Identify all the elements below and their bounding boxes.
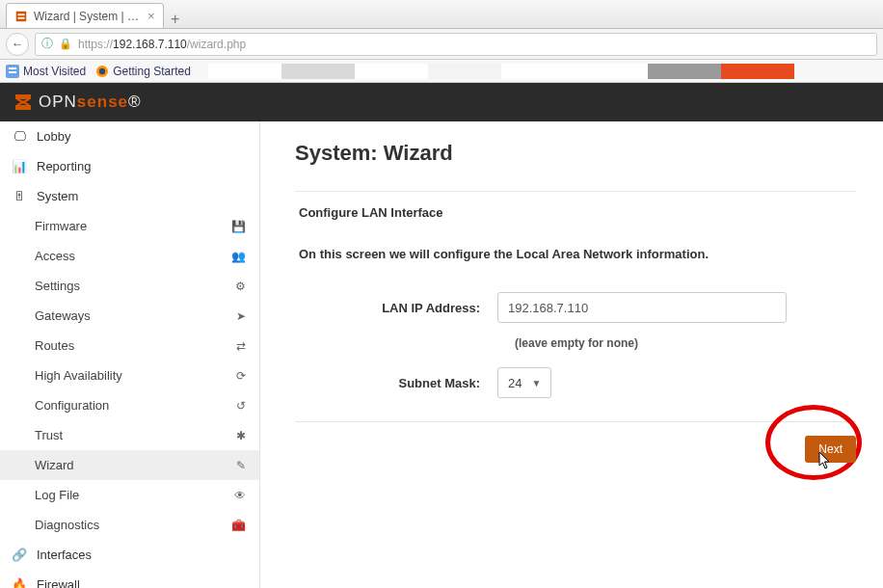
select-subnet-value: 24 [508, 376, 522, 390]
url-text: https://192.168.7.110/wizard.php [78, 38, 246, 51]
bookmark-most-visited[interactable]: Most Visited [6, 65, 86, 78]
nav-system-settings[interactable]: Settings⚙ [0, 271, 259, 301]
routes-icon: ⇄ [236, 339, 246, 353]
color-strip [208, 64, 794, 79]
svg-rect-2 [18, 16, 25, 18]
nav-system-diagnostics[interactable]: Diagnostics🧰 [0, 510, 259, 540]
colorstrip-segment [721, 64, 794, 79]
nav-label: Interfaces [37, 548, 92, 562]
tab-favicon [14, 10, 28, 23]
monitor-icon: 🖵 [12, 129, 27, 144]
logo[interactable]: OPNsense® [13, 93, 142, 112]
new-tab-button[interactable]: + [164, 11, 187, 28]
nav-sub-label: Diagnostics [35, 518, 99, 532]
logo-mark-icon [13, 93, 33, 112]
browser-tab[interactable]: Wizard | System | OPNsen... × [6, 3, 164, 28]
history-icon: ↺ [236, 399, 246, 413]
save-icon: 💾 [231, 220, 246, 233]
svg-rect-4 [9, 67, 16, 69]
url-bar[interactable]: ⓘ 🔒 https://192.168.7.110/wizard.php [35, 33, 877, 56]
row-lan-ip: LAN IP Address: [295, 292, 856, 323]
sidebar: 🖵Lobby 📊Reporting 🎚System Firmware💾 Acce… [0, 121, 260, 588]
nav-label: System [37, 189, 78, 203]
svg-rect-5 [9, 71, 16, 73]
colorstrip-segment [281, 64, 355, 79]
nav-sub-label: Routes [35, 338, 74, 353]
page-title: System: Wizard [295, 141, 856, 166]
nav-interfaces[interactable]: 🔗Interfaces [0, 540, 259, 570]
nav-system-routes[interactable]: Routes⇄ [0, 331, 259, 361]
nav-label: Firewall [37, 577, 80, 588]
colorstrip-segment [428, 64, 501, 79]
panel-description: On this screen we will configure the Loc… [295, 247, 856, 261]
users-icon: 👥 [231, 250, 246, 263]
content-area: System: Wizard Configure LAN Interface O… [260, 121, 883, 588]
nav-system-log-file[interactable]: Log File👁 [0, 480, 259, 510]
hint-lan-ip: (leave empty for none) [515, 336, 856, 350]
nav-reporting[interactable]: 📊Reporting [0, 151, 259, 181]
nav-system[interactable]: 🎚System [0, 181, 259, 211]
nav-sub-label: Firmware [35, 219, 87, 233]
cogs-icon: ⚙ [235, 280, 246, 293]
lock-warning-icon: 🔒 [59, 38, 72, 50]
nav-sub-label: Gateways [35, 308, 91, 323]
nav-sub-label: Trust [35, 428, 63, 442]
tab-title: Wizard | System | OPNsen... [34, 10, 140, 23]
logo-text-part2: sense [77, 93, 128, 111]
eye-icon: 👁 [234, 489, 246, 502]
bookmark-label: Getting Started [113, 65, 191, 78]
nav-sub-label: Settings [35, 279, 80, 293]
nav-firewall[interactable]: 🔥Firewall [0, 570, 259, 588]
location-icon: ➤ [236, 309, 246, 323]
select-subnet[interactable]: 24 ▼ [497, 367, 551, 398]
svg-point-7 [99, 67, 105, 73]
svg-rect-1 [18, 13, 25, 15]
app-header: OPNsense® [0, 83, 883, 121]
nav-label: Reporting [37, 159, 91, 174]
url-host: 192.168.7.110 [113, 38, 187, 51]
next-button[interactable]: Next [805, 436, 856, 463]
refresh-icon: ⟳ [236, 369, 246, 383]
chart-icon: 📊 [12, 159, 27, 174]
url-prefix: https:// [78, 38, 113, 51]
nav-system-high-availability[interactable]: High Availability⟳ [0, 361, 259, 390]
nav-system-wizard[interactable]: Wizard✎ [0, 450, 259, 480]
tab-close-icon[interactable]: × [147, 9, 155, 23]
panel-footer: Next [295, 421, 856, 476]
colorstrip-segment [208, 64, 281, 79]
svg-rect-0 [16, 11, 27, 21]
label-subnet: Subnet Mask: [295, 376, 497, 390]
row-subnet: Subnet Mask: 24 ▼ [295, 367, 856, 398]
colorstrip-segment [355, 64, 428, 79]
url-path: /wizard.php [187, 38, 246, 51]
nav-sub-label: High Availability [35, 368, 122, 383]
sliders-icon: 🎚 [12, 189, 27, 203]
nav-system-trust[interactable]: Trust✱ [0, 420, 259, 450]
nav-sub-label: Wizard [35, 458, 73, 472]
bookmark-label: Most Visited [23, 65, 86, 78]
colorstrip-segment [648, 64, 721, 79]
browser-toolbar: ← ⓘ 🔒 https://192.168.7.110/wizard.php [0, 29, 883, 60]
nav-system-access[interactable]: Access👥 [0, 241, 259, 271]
nav-sub-label: Access [35, 249, 75, 263]
back-button[interactable]: ← [6, 33, 29, 56]
medkit-icon: 🧰 [231, 519, 246, 532]
nav-lobby[interactable]: 🖵Lobby [0, 121, 259, 151]
caret-down-icon: ▼ [531, 378, 541, 388]
logo-text-part1: OPN [39, 93, 77, 111]
colorstrip-segment [501, 64, 575, 79]
nav-system-firmware[interactable]: Firmware💾 [0, 211, 259, 241]
bookmark-bar: Most Visited Getting Started [0, 60, 883, 83]
label-lan-ip: LAN IP Address: [295, 301, 497, 315]
nav-system-gateways[interactable]: Gateways➤ [0, 301, 259, 331]
wizard-panel: Configure LAN Interface On this screen w… [295, 191, 856, 476]
input-lan-ip[interactable] [497, 292, 787, 323]
seal-icon: ✱ [236, 429, 246, 442]
info-icon[interactable]: ⓘ [41, 36, 53, 52]
panel-heading: Configure LAN Interface [295, 205, 856, 220]
nav-system-configuration[interactable]: Configuration↺ [0, 390, 259, 420]
bookmark-getting-started[interactable]: Getting Started [95, 65, 191, 78]
nav-sub-label: Configuration [35, 398, 109, 413]
fire-icon: 🔥 [12, 577, 27, 588]
logo-text: OPNsense® [39, 93, 142, 112]
